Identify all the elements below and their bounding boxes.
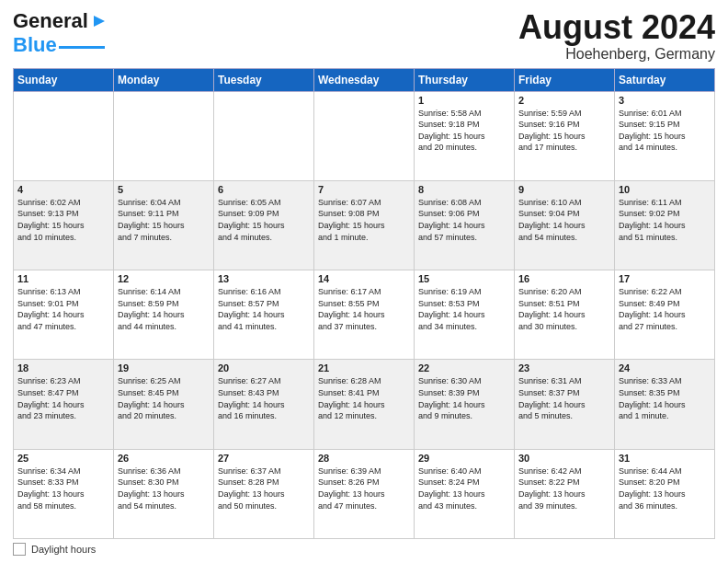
day-number: 2 bbox=[518, 95, 610, 106]
day-number: 14 bbox=[318, 273, 410, 284]
day-number: 11 bbox=[17, 273, 109, 284]
day-cell: 27Sunrise: 6:37 AM Sunset: 8:28 PM Dayli… bbox=[214, 449, 314, 538]
header-cell-friday: Friday bbox=[515, 68, 615, 91]
day-info: Sunrise: 6:19 AM Sunset: 8:53 PM Dayligh… bbox=[418, 286, 510, 332]
calendar-title: August 2024 bbox=[518, 9, 715, 46]
logo-text: General bbox=[13, 9, 88, 33]
header-cell-monday: Monday bbox=[114, 68, 214, 91]
day-info: Sunrise: 6:36 AM Sunset: 8:30 PM Dayligh… bbox=[118, 465, 210, 511]
day-number: 28 bbox=[318, 453, 410, 464]
day-info: Sunrise: 6:05 AM Sunset: 9:09 PM Dayligh… bbox=[218, 197, 310, 243]
day-info: Sunrise: 6:17 AM Sunset: 8:55 PM Dayligh… bbox=[318, 286, 410, 332]
day-cell: 7Sunrise: 6:07 AM Sunset: 9:08 PM Daylig… bbox=[314, 180, 415, 270]
header-cell-wednesday: Wednesday bbox=[314, 68, 415, 91]
day-cell: 8Sunrise: 6:08 AM Sunset: 9:06 PM Daylig… bbox=[415, 180, 515, 270]
day-number: 9 bbox=[518, 184, 610, 195]
day-number: 20 bbox=[218, 362, 310, 373]
day-info: Sunrise: 6:34 AM Sunset: 8:33 PM Dayligh… bbox=[17, 465, 109, 511]
day-cell: 4Sunrise: 6:02 AM Sunset: 9:13 PM Daylig… bbox=[14, 180, 114, 270]
day-number: 27 bbox=[218, 453, 310, 464]
day-info: Sunrise: 6:01 AM Sunset: 9:15 PM Dayligh… bbox=[619, 108, 711, 154]
day-number: 10 bbox=[619, 184, 711, 195]
day-number: 21 bbox=[318, 362, 410, 373]
day-info: Sunrise: 6:30 AM Sunset: 8:39 PM Dayligh… bbox=[418, 375, 510, 421]
day-cell: 16Sunrise: 6:20 AM Sunset: 8:51 PM Dayli… bbox=[515, 270, 615, 360]
day-cell: 11Sunrise: 6:13 AM Sunset: 9:01 PM Dayli… bbox=[14, 270, 114, 360]
day-cell: 9Sunrise: 6:10 AM Sunset: 9:04 PM Daylig… bbox=[515, 180, 615, 270]
day-cell: 22Sunrise: 6:30 AM Sunset: 8:39 PM Dayli… bbox=[415, 360, 515, 449]
day-number: 12 bbox=[118, 273, 210, 284]
day-number: 31 bbox=[619, 453, 711, 464]
day-info: Sunrise: 6:16 AM Sunset: 8:57 PM Dayligh… bbox=[218, 286, 310, 332]
day-number: 15 bbox=[418, 273, 510, 284]
logo: General Blue bbox=[13, 9, 108, 57]
week-row-2: 11Sunrise: 6:13 AM Sunset: 9:01 PM Dayli… bbox=[14, 270, 715, 360]
day-cell: 28Sunrise: 6:39 AM Sunset: 8:26 PM Dayli… bbox=[314, 449, 415, 538]
day-cell: 20Sunrise: 6:27 AM Sunset: 8:43 PM Dayli… bbox=[214, 360, 314, 449]
day-number: 29 bbox=[418, 453, 510, 464]
day-cell: 10Sunrise: 6:11 AM Sunset: 9:02 PM Dayli… bbox=[615, 180, 715, 270]
day-cell: 6Sunrise: 6:05 AM Sunset: 9:09 PM Daylig… bbox=[214, 180, 314, 270]
day-cell: 23Sunrise: 6:31 AM Sunset: 8:37 PM Dayli… bbox=[515, 360, 615, 449]
calendar-subtitle: Hoehenberg, Germany bbox=[518, 46, 715, 63]
footer: Daylight hours bbox=[13, 543, 715, 556]
day-info: Sunrise: 6:22 AM Sunset: 8:49 PM Dayligh… bbox=[619, 286, 711, 332]
calendar-table: SundayMondayTuesdayWednesdayThursdayFrid… bbox=[13, 68, 715, 539]
logo-underline bbox=[59, 46, 105, 49]
day-cell: 21Sunrise: 6:28 AM Sunset: 8:41 PM Dayli… bbox=[314, 360, 415, 449]
day-cell: 26Sunrise: 6:36 AM Sunset: 8:30 PM Dayli… bbox=[114, 449, 214, 538]
day-info: Sunrise: 6:40 AM Sunset: 8:24 PM Dayligh… bbox=[418, 465, 510, 511]
day-info: Sunrise: 6:23 AM Sunset: 8:47 PM Dayligh… bbox=[17, 375, 109, 421]
day-number: 6 bbox=[218, 184, 310, 195]
day-number: 22 bbox=[418, 362, 510, 373]
day-number: 24 bbox=[619, 362, 711, 373]
day-cell: 29Sunrise: 6:40 AM Sunset: 8:24 PM Dayli… bbox=[415, 449, 515, 538]
day-info: Sunrise: 6:28 AM Sunset: 8:41 PM Dayligh… bbox=[318, 375, 410, 421]
day-number: 18 bbox=[17, 362, 109, 373]
day-cell bbox=[114, 91, 214, 180]
day-number: 25 bbox=[17, 453, 109, 464]
day-number: 16 bbox=[518, 273, 610, 284]
week-row-0: 1Sunrise: 5:58 AM Sunset: 9:18 PM Daylig… bbox=[14, 91, 715, 180]
week-row-4: 25Sunrise: 6:34 AM Sunset: 8:33 PM Dayli… bbox=[14, 449, 715, 538]
day-cell bbox=[14, 91, 114, 180]
day-cell: 19Sunrise: 6:25 AM Sunset: 8:45 PM Dayli… bbox=[114, 360, 214, 449]
header-cell-sunday: Sunday bbox=[14, 68, 114, 91]
day-info: Sunrise: 6:20 AM Sunset: 8:51 PM Dayligh… bbox=[518, 286, 610, 332]
day-info: Sunrise: 5:58 AM Sunset: 9:18 PM Dayligh… bbox=[418, 108, 510, 154]
day-info: Sunrise: 6:07 AM Sunset: 9:08 PM Dayligh… bbox=[318, 197, 410, 243]
day-number: 8 bbox=[418, 184, 510, 195]
day-number: 1 bbox=[418, 95, 510, 106]
day-info: Sunrise: 6:31 AM Sunset: 8:37 PM Dayligh… bbox=[518, 375, 610, 421]
day-cell: 2Sunrise: 5:59 AM Sunset: 9:16 PM Daylig… bbox=[515, 91, 615, 180]
week-row-1: 4Sunrise: 6:02 AM Sunset: 9:13 PM Daylig… bbox=[14, 180, 715, 270]
day-number: 30 bbox=[518, 453, 610, 464]
day-cell: 17Sunrise: 6:22 AM Sunset: 8:49 PM Dayli… bbox=[615, 270, 715, 360]
day-cell: 25Sunrise: 6:34 AM Sunset: 8:33 PM Dayli… bbox=[14, 449, 114, 538]
day-cell: 3Sunrise: 6:01 AM Sunset: 9:15 PM Daylig… bbox=[615, 91, 715, 180]
day-number: 13 bbox=[218, 273, 310, 284]
day-info: Sunrise: 6:25 AM Sunset: 8:45 PM Dayligh… bbox=[118, 375, 210, 421]
logo-arrow-icon bbox=[90, 12, 108, 30]
day-info: Sunrise: 6:37 AM Sunset: 8:28 PM Dayligh… bbox=[218, 465, 310, 511]
day-cell: 18Sunrise: 6:23 AM Sunset: 8:47 PM Dayli… bbox=[14, 360, 114, 449]
day-cell: 14Sunrise: 6:17 AM Sunset: 8:55 PM Dayli… bbox=[314, 270, 415, 360]
day-info: Sunrise: 6:11 AM Sunset: 9:02 PM Dayligh… bbox=[619, 197, 711, 243]
title-block: August 2024 Hoehenberg, Germany bbox=[518, 9, 715, 63]
day-cell bbox=[314, 91, 415, 180]
footer-label: Daylight hours bbox=[31, 544, 96, 555]
day-number: 17 bbox=[619, 273, 711, 284]
page: General Blue August 2024 Hoehenberg, Ger… bbox=[0, 0, 728, 563]
svg-marker-0 bbox=[94, 16, 105, 27]
day-cell: 15Sunrise: 6:19 AM Sunset: 8:53 PM Dayli… bbox=[415, 270, 515, 360]
week-row-3: 18Sunrise: 6:23 AM Sunset: 8:47 PM Dayli… bbox=[14, 360, 715, 449]
header-cell-saturday: Saturday bbox=[615, 68, 715, 91]
logo-blue: Blue bbox=[13, 33, 57, 57]
day-number: 4 bbox=[17, 184, 109, 195]
day-info: Sunrise: 6:02 AM Sunset: 9:13 PM Dayligh… bbox=[17, 197, 109, 243]
day-number: 26 bbox=[118, 453, 210, 464]
header-row: SundayMondayTuesdayWednesdayThursdayFrid… bbox=[14, 68, 715, 91]
day-cell: 31Sunrise: 6:44 AM Sunset: 8:20 PM Dayli… bbox=[615, 449, 715, 538]
day-number: 19 bbox=[118, 362, 210, 373]
day-number: 5 bbox=[118, 184, 210, 195]
